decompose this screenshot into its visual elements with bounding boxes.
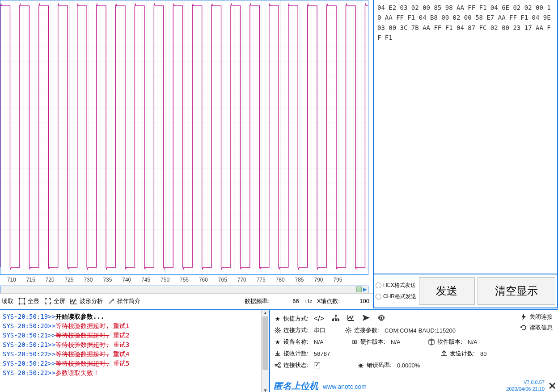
svg-point-132 (279, 366, 280, 368)
scroll-down-arrow[interactable]: ▼ (262, 388, 269, 392)
svg-rect-122 (332, 319, 334, 321)
x-axis-ticks: 7107157207257307357407457507557607657707… (0, 275, 373, 286)
clear-display-button[interactable]: 清空显示 (478, 277, 555, 305)
code-icon[interactable]: </> (314, 315, 324, 323)
footer-brand: 匿名上位机 www.anotc.com (274, 380, 367, 392)
quick-label: 快捷方式: (283, 315, 309, 323)
scrollbar-thumb[interactable] (356, 287, 362, 292)
bug-icon (357, 362, 365, 369)
freq-value-input[interactable] (274, 298, 301, 304)
svg-point-130 (275, 364, 277, 366)
chart-icon[interactable] (347, 315, 355, 323)
svg-point-117 (19, 298, 20, 299)
upload-icon (440, 350, 448, 357)
read-button[interactable]: 读取 (2, 297, 13, 305)
full-show-button[interactable]: 全显 (18, 297, 39, 305)
hex-send-bar: HEX格式发送 CHR格式发送 发送 清空显示 (374, 274, 557, 308)
rx-count-label: 接收计数: (283, 350, 309, 358)
svg-point-129 (354, 341, 355, 343)
conn-state-label: 连接状态: (283, 361, 309, 369)
bolt-icon (520, 313, 528, 320)
svg-rect-124 (338, 319, 339, 321)
waveform-toolbar: 读取 全显 全屏 波形分析 (0, 293, 373, 308)
scroll-up-arrow[interactable]: ▲ (262, 310, 269, 315)
tx-count-value: 80 (480, 350, 498, 357)
guide-button[interactable]: 操作简介 (107, 297, 140, 305)
hw-ver-label: 硬件版本: (360, 338, 385, 346)
fullscreen-button[interactable]: 全屏 (44, 297, 65, 305)
svg-point-131 (279, 362, 280, 364)
star-icon: ★ (274, 316, 282, 322)
freq-label: 数据频率: (245, 297, 270, 305)
sw-ver-value: N/A (468, 339, 478, 346)
svg-rect-116 (19, 299, 25, 304)
conn-state-checkbox[interactable] (314, 362, 320, 368)
bounds-icon (18, 298, 26, 305)
conn-mode-label: 连接方式: (283, 326, 309, 334)
svg-rect-121 (335, 315, 337, 316)
brand-name: 匿名上位机 (274, 380, 318, 392)
err-rate-label: 错误码率: (367, 361, 392, 369)
svg-point-127 (347, 329, 349, 331)
log-body[interactable]: SYS-20:50:19>>开始读取参数...SYS-20:50:20>>等待校… (0, 310, 261, 392)
conn-params-value: COM:COM4-BAUD:115200 (385, 327, 456, 334)
status-panel: ★快捷方式: </> 连接方式: 串口 (270, 310, 558, 392)
svg-point-120 (24, 303, 25, 304)
log-scrollbar[interactable]: ▲ ▼ (261, 310, 269, 392)
svg-rect-123 (335, 319, 337, 321)
svg-point-119 (19, 303, 20, 304)
share-icon (274, 362, 282, 369)
conn-mode-value: 串口 (314, 326, 326, 334)
tx-count-label: 发送计数: (450, 350, 475, 358)
expand-icon (44, 298, 52, 305)
footer-version: V7.0.0.57 2020/04/06 21:10 (506, 379, 545, 392)
svg-point-118 (24, 298, 25, 299)
conn-params-label: 连接参数: (354, 326, 379, 334)
tree-icon[interactable] (332, 315, 339, 323)
xpoints-value-input[interactable] (344, 298, 371, 304)
read-info-button[interactable]: 读取信息 (520, 324, 553, 332)
send-button[interactable]: 发送 (419, 277, 475, 305)
scrollbar-right-arrow[interactable]: ▶ (362, 287, 368, 292)
send-icon[interactable] (363, 315, 370, 323)
params-icon (344, 327, 352, 334)
download-icon (274, 350, 282, 357)
link-icon (274, 327, 282, 334)
wave-icon (70, 298, 78, 305)
log-panel: SYS-20:50:19>>开始读取参数...SYS-20:50:20>>等待校… (0, 310, 270, 392)
cube-icon (427, 338, 435, 346)
chip-icon[interactable] (378, 314, 385, 323)
radio-hex-format[interactable]: HEX格式发送 (376, 282, 416, 289)
svg-point-126 (381, 317, 382, 319)
svg-point-133 (359, 364, 362, 367)
freq-unit: Hz (305, 298, 313, 304)
waveform-panel: 7107157207257307357407457507557607657707… (0, 0, 373, 308)
dev-name-value: N/A (314, 339, 341, 346)
xpoints-label: X轴点数: (317, 297, 340, 305)
rx-count-value: 58787 (314, 350, 341, 357)
waveform-plot[interactable] (0, 0, 368, 275)
err-rate-value: 0.0000% (397, 362, 420, 369)
sw-ver-label: 软件版本: (437, 338, 462, 346)
hw-ver-value: N/A (391, 339, 418, 346)
hex-panel: 04 E2 03 02 00 85 98 AA FF F1 04 6E 02 0… (373, 0, 558, 308)
refresh-icon (520, 324, 528, 331)
hex-dump-area[interactable]: 04 E2 03 02 00 85 98 AA FF F1 04 6E 02 0… (374, 0, 557, 274)
close-connection-button[interactable]: 关闭连接 (520, 313, 553, 321)
radio-chr-format[interactable]: CHR格式发送 (376, 293, 416, 300)
close-icon[interactable]: ✕ (548, 380, 556, 392)
wand-icon (107, 298, 115, 305)
star-icon: ★ (274, 339, 282, 346)
wave-analysis-button[interactable]: 波形分析 (70, 297, 103, 305)
scrollbar-thumb[interactable] (262, 316, 268, 370)
horizontal-scrollbar[interactable]: ▶ (0, 286, 368, 293)
quick-actions: </> (314, 314, 385, 323)
chip-icon (351, 338, 359, 346)
brand-url[interactable]: www.anotc.com (323, 383, 367, 390)
dev-name-label: 设备名称: (283, 338, 309, 346)
